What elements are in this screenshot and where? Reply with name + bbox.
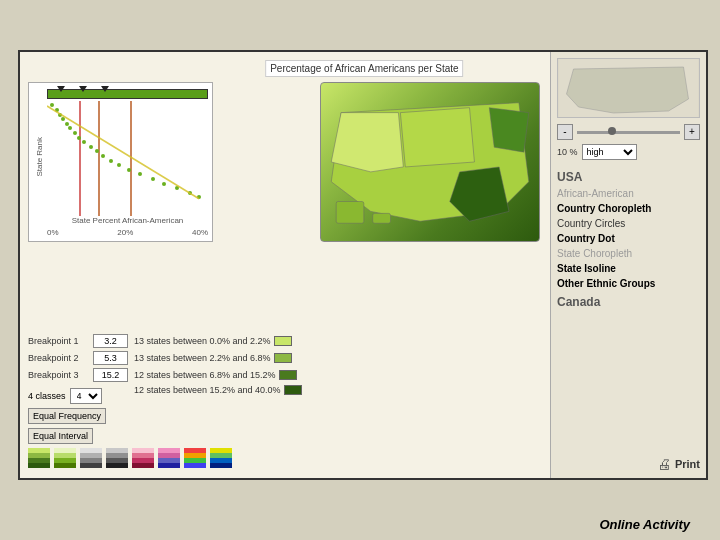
bp-color-2 <box>274 353 292 363</box>
zoom-plus-button[interactable]: + <box>684 124 700 140</box>
scatter-canvas <box>47 101 207 216</box>
dot <box>151 177 155 181</box>
zoom-slider[interactable] <box>577 131 680 134</box>
bp-color-1 <box>274 336 292 346</box>
scatter-plot: State Rank <box>28 82 213 242</box>
print-section: 🖨 Print <box>557 456 700 472</box>
interval-control-row: Equal Interval <box>28 428 540 444</box>
x-tick-0: 0% <box>47 228 59 237</box>
vline-2 <box>98 101 100 216</box>
swatch-diverge1 <box>158 448 180 468</box>
dot <box>82 140 86 144</box>
print-label[interactable]: Print <box>675 458 700 470</box>
layer-state-isoline[interactable]: State Isoline <box>557 261 700 276</box>
classes-label: 4 classes <box>28 391 66 401</box>
zoom-minus-button[interactable]: - <box>557 124 573 140</box>
swatch-pk-4 <box>132 463 154 468</box>
bp-label-3: Breakpoint 3 <box>28 370 93 380</box>
x-tick-1: 20% <box>117 228 133 237</box>
layer-country-circles[interactable]: Country Circles <box>557 216 700 231</box>
classes-control-row: 4 classes 435 <box>28 388 540 404</box>
bp-label-2: Breakpoint 2 <box>28 353 93 363</box>
swatch-green-4 <box>28 463 50 468</box>
classes-select[interactable]: 435 <box>70 388 102 404</box>
layer-country-dot[interactable]: Country Dot <box>557 231 700 246</box>
legend-preview <box>557 58 700 118</box>
online-activity-label: Online Activity <box>599 517 690 532</box>
zoom-dropdown[interactable]: highmediumlow <box>582 144 637 160</box>
bp-input-3[interactable] <box>93 368 128 382</box>
x-axis-label: State Percent African-American <box>47 213 208 225</box>
zoom-thumb <box>608 127 616 135</box>
swatch-by-4 <box>210 463 232 468</box>
equal-frequency-button[interactable]: Equal Frequency <box>28 408 106 424</box>
swatch-rainbow <box>184 448 206 468</box>
swatch-green <box>28 448 50 468</box>
layer-country-choropleth[interactable]: Country Choropleth <box>557 201 700 216</box>
dot <box>109 159 113 163</box>
swatch-gray <box>80 448 102 468</box>
vline-3 <box>130 101 132 216</box>
bp-desc-2: 13 states between 2.2% and 6.8% <box>134 353 271 363</box>
dot <box>77 136 81 140</box>
main-window: Percentage of African Americans per Stat… <box>18 50 708 480</box>
swatch-rb-4 <box>184 463 206 468</box>
zoom-level-row: 10 % highmediumlow <box>557 144 700 160</box>
dot <box>117 163 121 167</box>
breakpoint-row-1: Breakpoint 1 13 states between 0.0% and … <box>28 334 540 348</box>
us-map <box>320 82 540 242</box>
swatch-pink <box>132 448 154 468</box>
bp-input-1[interactable] <box>93 334 128 348</box>
swatch-lightgreen <box>54 448 76 468</box>
dot <box>68 126 72 130</box>
layer-african-american[interactable]: African-American <box>557 186 700 201</box>
breakpoint-row-3: Breakpoint 3 12 states between 6.8% and … <box>28 368 540 382</box>
equal-interval-button[interactable]: Equal Interval <box>28 428 93 444</box>
dot <box>138 172 142 176</box>
breakpoint-row-2: Breakpoint 2 13 states between 2.2% and … <box>28 351 540 365</box>
vline-1 <box>79 101 81 216</box>
color-swatches-row <box>28 448 540 468</box>
bp-desc-3: 12 states between 6.8% and 15.2% <box>134 370 276 380</box>
svg-rect-6 <box>336 202 364 224</box>
dot <box>188 191 192 195</box>
svg-marker-5 <box>331 113 403 172</box>
swatch-lg-4 <box>54 463 76 468</box>
region-canada-label: Canada <box>557 295 700 309</box>
dot <box>197 195 201 199</box>
svg-marker-9 <box>567 67 689 113</box>
layer-state-choropleth[interactable]: State Choropleth <box>557 246 700 261</box>
svg-rect-7 <box>373 213 391 223</box>
left-panel: Percentage of African Americans per Stat… <box>20 52 551 478</box>
dot <box>65 122 69 126</box>
controls-section: 4 classes 435 Equal Frequency Equal Inte… <box>28 388 540 468</box>
marker-2 <box>79 86 87 92</box>
bp-label-1: Breakpoint 1 <box>28 336 93 346</box>
freq-control-row: Equal Frequency <box>28 408 540 424</box>
marker-1 <box>57 86 65 92</box>
bp-desc-1: 13 states between 0.0% and 2.2% <box>134 336 271 346</box>
dot <box>73 131 77 135</box>
y-axis-label: State Rank <box>35 137 44 177</box>
dot <box>61 117 65 121</box>
chart-title: Percentage of African Americans per Stat… <box>265 60 463 77</box>
dot <box>58 113 62 117</box>
swatch-gray-4 <box>80 463 102 468</box>
svg-marker-4 <box>400 108 474 167</box>
dot <box>50 103 54 107</box>
layer-other-ethnic[interactable]: Other Ethnic Groups <box>557 276 700 291</box>
printer-icon: 🖨 <box>657 456 671 472</box>
zoom-level-text: 10 % <box>557 147 578 157</box>
bp-color-3 <box>279 370 297 380</box>
dot <box>162 182 166 186</box>
swatch-blueyellow <box>210 448 232 468</box>
zoom-controls: - + <box>557 124 700 140</box>
markers <box>57 86 109 92</box>
dot <box>55 108 59 112</box>
right-sidebar: - + 10 % highmediumlow USA African-Ameri… <box>551 52 706 478</box>
svg-marker-3 <box>489 108 529 152</box>
svg-line-0 <box>47 106 199 199</box>
bp-input-2[interactable] <box>93 351 128 365</box>
trend-line <box>47 101 207 216</box>
swatch-dg-4 <box>106 463 128 468</box>
